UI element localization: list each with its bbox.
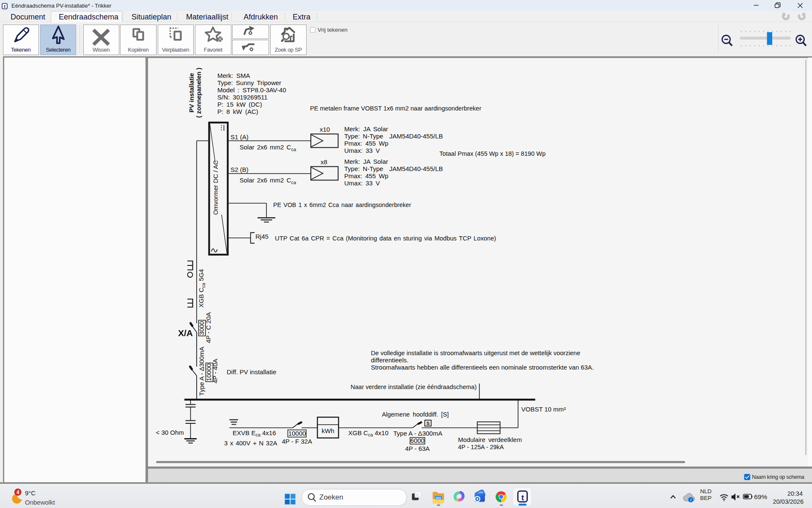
svg-text:Type: Sunny Tripower: Type: Sunny Tripower — [217, 79, 281, 86]
svg-text:4P - 40A: 4P - 40A — [211, 359, 219, 383]
svg-text:Merk: JA Solar: Merk: JA Solar — [344, 158, 388, 165]
svg-text:Umax: 33 V: Umax: 33 V — [344, 179, 380, 187]
svg-text:4P - 63A: 4P - 63A — [405, 445, 430, 452]
svg-text:Type: N-Type JAM54D40-455/LB: Type: N-Type JAM54D40-455/LB — [344, 165, 443, 172]
svg-text:VOBST 10 mm²: VOBST 10 mm² — [521, 406, 566, 413]
svg-text:S: S — [426, 421, 430, 426]
svg-text:Pmax: 455 Wp: Pmax: 455 Wp — [344, 140, 388, 147]
svg-text:x8: x8 — [321, 158, 327, 166]
svg-text:Totaal Pmax (455 Wp x 18) = 81: Totaal Pmax (455 Wp x 18) = 8190 Wp — [439, 150, 546, 157]
svg-text:t: t — [521, 493, 524, 502]
svg-text:differentieels.: differentieels. — [371, 356, 409, 364]
svg-text:< 30 Ohm: < 30 Ohm — [156, 429, 184, 436]
svg-text:Algemene hoofddiff. [S]: Algemene hoofddiff. [S] — [382, 411, 449, 418]
svg-text:6000: 6000 — [410, 437, 424, 444]
svg-text:XGB Cca 5G4: XGB Cca 5G4 — [198, 269, 206, 308]
svg-text:kWh: kWh — [322, 427, 335, 434]
svg-text:4P - C 20A: 4P - C 20A — [205, 312, 212, 343]
svg-text:10000: 10000 — [288, 430, 306, 437]
svg-text:Type A - Δ300mA: Type A - Δ300mA — [198, 347, 205, 396]
svg-text:EXVB Eca 4x16: EXVB Eca 4x16 — [233, 429, 276, 438]
svg-text:Merk: JA Solar: Merk: JA Solar — [344, 125, 388, 133]
svg-text:S1 (A): S1 (A) — [230, 133, 249, 141]
svg-text:UTP Cat 6a CPR = Cca (Monito: UTP Cat 6a CPR = Cca (Monitoring data en… — [275, 235, 496, 242]
svg-text:PV installatie: PV installatie — [188, 73, 195, 112]
svg-text:Umax: 33 V: Umax: 33 V — [344, 147, 380, 154]
svg-text:Solar 2x6 mm2 Cca: Solar 2x6 mm2 Cca — [240, 177, 296, 185]
svg-text:( zonnepanelen ): ( zonnepanelen ) — [195, 68, 202, 118]
svg-text:De volledige installatie is st: De volledige installatie is stroomafwaar… — [371, 349, 580, 356]
svg-text:4P - F 32A: 4P - F 32A — [282, 438, 312, 445]
svg-text:3000: 3000 — [198, 321, 205, 335]
svg-text:Omvormer DC / AC: Omvormer DC / AC — [212, 160, 219, 215]
svg-text:3 x 400V + N 32A: 3 x 400V + N 32A — [224, 439, 277, 447]
svg-text:Naar verdere installatie (zie: Naar verdere installatie (zie ééndraadsc… — [351, 383, 477, 390]
svg-text:P: 8 kW (AC): P: 8 kW (AC) — [217, 108, 258, 115]
svg-text:Stroomafwaarts hebben alle dif: Stroomafwaarts hebben alle differentieel… — [371, 364, 594, 371]
svg-text:PE metalen frame VOBST 1x6 mm2: PE metalen frame VOBST 1x6 mm2 naar aard… — [310, 105, 481, 112]
svg-text:P: 15 kW (DC): P: 15 kW (DC) — [217, 101, 262, 108]
svg-text:Solar 2x6 mm2 Cca: Solar 2x6 mm2 Cca — [240, 144, 296, 152]
svg-text:S/N: 3019269511: S/N: 3019269511 — [217, 94, 268, 101]
svg-text:Rj45: Rj45 — [255, 233, 269, 240]
svg-text:Diff. PV installatie: Diff. PV installatie — [227, 368, 276, 375]
svg-text:Merk: SMA: Merk: SMA — [217, 72, 250, 79]
svg-text:4: 4 — [16, 489, 19, 495]
svg-text:x10: x10 — [320, 126, 330, 133]
svg-text:S2 (B): S2 (B) — [230, 166, 249, 173]
svg-text:XGB Cca 4x10: XGB Cca 4x10 — [348, 429, 389, 438]
svg-text:Modulaire verdeelklem: Modulaire verdeelklem — [458, 436, 522, 443]
svg-text:X/A: X/A — [178, 328, 193, 338]
svg-text:PE VOB 1 x 6mm2 Cca naar aard: PE VOB 1 x 6mm2 Cca naar aardingsonderbr… — [273, 201, 411, 208]
svg-text:Type: N-Type JAM54D40-455/LB: Type: N-Type JAM54D40-455/LB — [344, 133, 443, 140]
svg-text:Model : STP8.0-3AV-40: Model : STP8.0-3AV-40 — [217, 86, 286, 94]
svg-text:Pmax: 455 Wp: Pmax: 455 Wp — [344, 172, 388, 179]
svg-text:t: t — [4, 4, 5, 9]
svg-text:Type A - Δ300mA: Type A - Δ300mA — [393, 430, 442, 437]
svg-text:4P - 125A - 29kA: 4P - 125A - 29kA — [458, 443, 504, 450]
